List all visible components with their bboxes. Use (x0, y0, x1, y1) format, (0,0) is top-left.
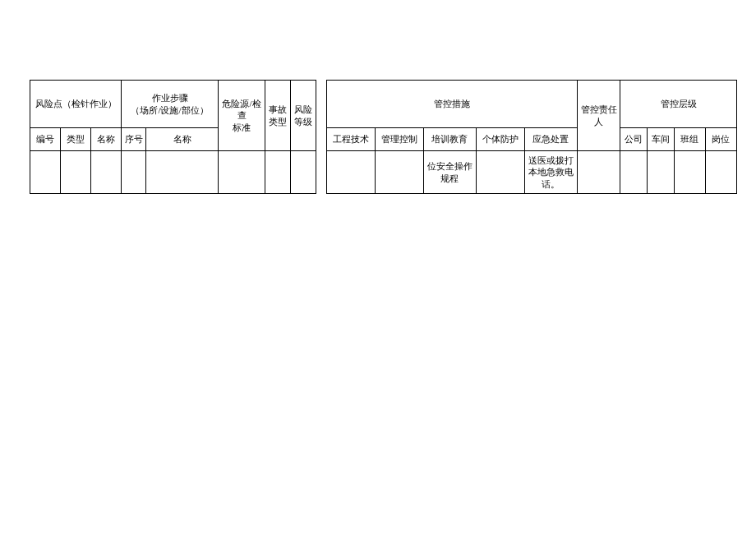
cell-team (674, 151, 705, 194)
subheader-ppe: 个体防护 (476, 128, 524, 151)
header-risk-point: 风险点（检针作业） (30, 81, 122, 128)
header-risk-level: 风险 等级 (291, 81, 316, 151)
subheader-management: 管理控制 (375, 128, 423, 151)
header-hazard-source: 危险源/检查 标准 (219, 81, 265, 151)
header-accident-type: 事故 类型 (265, 81, 291, 151)
subheader-company: 公司 (620, 128, 648, 151)
cell-owner (578, 151, 620, 194)
subheader-engineering: 工程技术 (327, 128, 376, 151)
subheader-name: 名称 (91, 128, 122, 151)
cell-ppe (476, 151, 524, 194)
cell-number (30, 151, 61, 194)
subheader-workshop: 车间 (648, 128, 675, 151)
cell-management (375, 151, 423, 194)
cell-company (620, 151, 648, 194)
cell-name (91, 151, 122, 194)
subheader-name2: 名称 (146, 128, 219, 151)
header-control-level: 管控层级 (620, 81, 737, 128)
subheader-team: 班组 (674, 128, 705, 151)
cell-risklvl (291, 151, 316, 194)
subheader-seq: 序号 (122, 128, 146, 151)
cell-post (705, 151, 736, 194)
header-control-measures: 管控措施 (327, 81, 578, 128)
subheader-emergency: 应急处置 (524, 128, 577, 151)
cell-training: 位安全操作规程 (423, 151, 476, 194)
cell-emergency: 送医或拨打本地急救电话。 (524, 151, 577, 194)
subheader-type: 类型 (61, 128, 91, 151)
cell-engineering (327, 151, 376, 194)
cell-type (61, 151, 91, 194)
tables-wrapper: 风险点（检针作业） 作业步骤 （场所/设施/部位） 危险源/检查 标准 事故 类… (30, 80, 737, 194)
cell-name2 (146, 151, 219, 194)
cell-seq (122, 151, 146, 194)
subheader-number: 编号 (30, 128, 61, 151)
subheader-post: 岗位 (705, 128, 736, 151)
header-work-step: 作业步骤 （场所/设施/部位） (122, 81, 219, 128)
subheader-training: 培训教育 (423, 128, 476, 151)
cell-accident (265, 151, 291, 194)
cell-hazard (219, 151, 265, 194)
risk-right-table: 管控措施 管控责任人 管控层级 工程技术 管理控制 培训教育 个体防护 应急处置… (326, 80, 737, 194)
header-responsible-person: 管控责任人 (578, 81, 620, 151)
cell-workshop (648, 151, 675, 194)
risk-left-table: 风险点（检针作业） 作业步骤 （场所/设施/部位） 危险源/检查 标准 事故 类… (30, 80, 316, 194)
